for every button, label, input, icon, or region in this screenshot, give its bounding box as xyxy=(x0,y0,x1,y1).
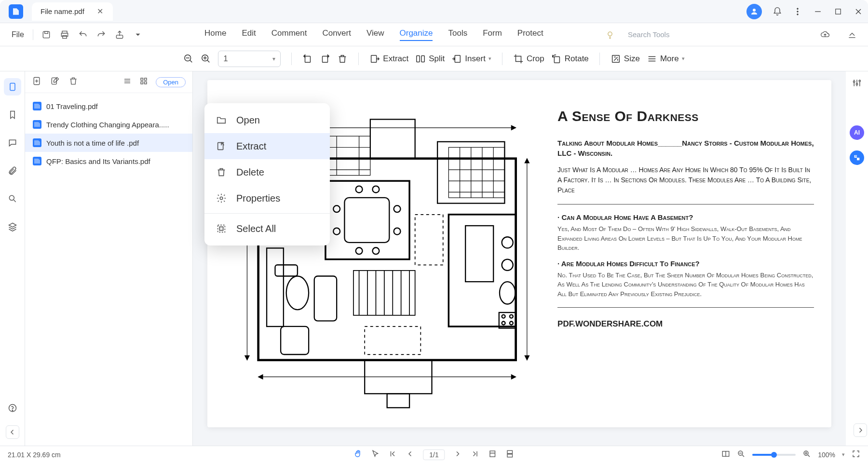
lightbulb-icon[interactable] xyxy=(605,29,615,40)
crop-button[interactable]: Crop xyxy=(513,54,544,64)
tab-protect[interactable]: Protect xyxy=(517,28,543,41)
undo-icon[interactable] xyxy=(78,29,88,40)
window-close-icon[interactable] xyxy=(854,7,863,16)
window-minimize-icon[interactable] xyxy=(813,7,823,16)
search-panel-icon[interactable] xyxy=(4,190,21,207)
svg-rect-92 xyxy=(275,265,297,276)
zoom-in-icon[interactable] xyxy=(201,54,211,64)
rotate-button[interactable]: Rotate xyxy=(551,54,589,64)
split-button[interactable]: Split xyxy=(415,54,445,64)
rotate-left-icon[interactable] xyxy=(302,54,313,64)
tab-view[interactable]: View xyxy=(366,28,384,41)
grid-view-icon[interactable] xyxy=(139,77,148,87)
window-maximize-icon[interactable] xyxy=(833,7,843,16)
size-label: Size xyxy=(624,54,640,64)
svg-rect-47 xyxy=(145,78,147,81)
file-menu[interactable]: File xyxy=(7,30,29,39)
tab-comment[interactable]: Comment xyxy=(271,28,307,41)
kebab-menu-icon[interactable] xyxy=(793,7,802,16)
chevron-down-icon[interactable]: ▾ xyxy=(842,451,845,458)
svg-point-38 xyxy=(12,410,13,411)
close-tab-icon[interactable]: ✕ xyxy=(97,7,103,16)
ctx-delete[interactable]: Delete xyxy=(204,159,330,185)
document-tab[interactable]: File name.pdf ✕ xyxy=(32,2,113,21)
notifications-icon[interactable] xyxy=(773,7,782,16)
collapse-ribbon-icon[interactable] xyxy=(847,29,857,40)
rotate-right-icon[interactable] xyxy=(320,54,330,64)
insert-button[interactable]: Insert ▾ xyxy=(451,54,491,64)
svg-rect-96 xyxy=(387,394,409,408)
tab-organize[interactable]: Organize xyxy=(400,28,433,41)
size-button[interactable]: Size xyxy=(610,54,640,64)
file-row[interactable]: QFP: Basics and Its Variants.pdf xyxy=(25,152,192,170)
tab-home[interactable]: Home xyxy=(204,28,226,41)
open-chip[interactable]: Open xyxy=(156,77,186,87)
tab-convert[interactable]: Convert xyxy=(322,28,351,41)
user-avatar[interactable] xyxy=(746,4,762,19)
comments-panel-icon[interactable] xyxy=(4,134,21,151)
page-indicator[interactable]: 1/1 xyxy=(423,449,445,460)
titlebar: File name.pdf ✕ xyxy=(0,0,868,23)
svg-point-65 xyxy=(372,186,379,193)
quick-access-dropdown-icon[interactable] xyxy=(133,29,143,40)
delete-page-icon[interactable] xyxy=(337,54,348,64)
fit-width-icon[interactable] xyxy=(488,449,497,460)
ctx-extract[interactable]: Extract xyxy=(204,133,330,159)
hand-tool-icon[interactable] xyxy=(353,449,362,460)
svg-point-67 xyxy=(372,247,379,254)
page-selector[interactable]: 1 ▾ xyxy=(218,51,281,67)
file-row[interactable]: Youth is not a time of life .pdf xyxy=(25,134,192,152)
bookmarks-panel-icon[interactable] xyxy=(4,106,21,123)
settings-sliders-icon[interactable] xyxy=(852,78,862,90)
divider xyxy=(502,53,502,65)
ctx-select-all[interactable]: Select All xyxy=(204,216,330,242)
ctx-open[interactable]: Open xyxy=(204,107,330,133)
translate-badge-icon[interactable]: A xyxy=(850,150,864,165)
file-row[interactable]: Trendy Clothing Changing Appeara..... xyxy=(25,115,192,134)
scroll-mode-icon[interactable] xyxy=(506,449,515,460)
file-row[interactable]: 01 Traveling.pdf xyxy=(25,97,192,115)
share-icon[interactable] xyxy=(114,29,125,40)
list-view-icon[interactable] xyxy=(123,77,132,87)
svg-point-121 xyxy=(854,81,855,82)
main-menu-tabs: Home Edit Comment Convert View Organize … xyxy=(147,28,601,41)
rename-icon[interactable] xyxy=(50,76,60,88)
select-tool-icon[interactable] xyxy=(371,449,380,460)
chevron-down-icon: ▾ xyxy=(682,55,685,62)
chevron-down-icon: ▾ xyxy=(272,55,275,62)
search-tools-input[interactable]: Search Tools xyxy=(628,30,686,39)
print-icon[interactable] xyxy=(59,29,70,40)
expand-canvas-icon[interactable] xyxy=(854,423,867,437)
thumbnails-panel-icon[interactable] xyxy=(4,78,21,95)
collapse-strip-icon[interactable] xyxy=(6,425,19,439)
reading-mode-icon[interactable] xyxy=(721,449,730,460)
prev-page-icon[interactable] xyxy=(406,449,414,460)
delete-file-icon[interactable] xyxy=(68,76,78,88)
next-page-icon[interactable] xyxy=(454,449,462,460)
zoom-out-icon[interactable] xyxy=(737,449,746,460)
zoom-slider[interactable] xyxy=(752,454,796,456)
ctx-properties[interactable]: Properties xyxy=(204,185,330,211)
cloud-upload-icon[interactable] xyxy=(820,29,830,40)
tab-tools[interactable]: Tools xyxy=(448,28,467,41)
extract-button[interactable]: Extract xyxy=(369,54,408,64)
layers-panel-icon[interactable] xyxy=(4,218,21,235)
help-icon[interactable] xyxy=(4,399,21,417)
zoom-value[interactable]: 100% xyxy=(818,451,835,459)
fullscreen-icon[interactable] xyxy=(852,449,860,460)
ai-badge-icon[interactable]: AI xyxy=(850,125,864,140)
first-page-icon[interactable] xyxy=(388,449,397,460)
attachments-panel-icon[interactable] xyxy=(4,162,21,179)
last-page-icon[interactable] xyxy=(471,449,480,460)
tab-edit[interactable]: Edit xyxy=(242,28,256,41)
more-button[interactable]: More ▾ xyxy=(647,54,685,64)
redo-icon[interactable] xyxy=(96,29,107,40)
zoom-in-icon[interactable] xyxy=(802,449,811,460)
svg-rect-24 xyxy=(323,56,328,62)
add-file-icon[interactable] xyxy=(32,76,41,88)
zoom-out-icon[interactable] xyxy=(183,54,194,64)
tab-form[interactable]: Form xyxy=(483,28,502,41)
file-name: QFP: Basics and Its Variants.pdf xyxy=(46,157,150,165)
save-icon[interactable] xyxy=(41,29,52,40)
ctx-extract-label: Extract xyxy=(236,141,266,152)
